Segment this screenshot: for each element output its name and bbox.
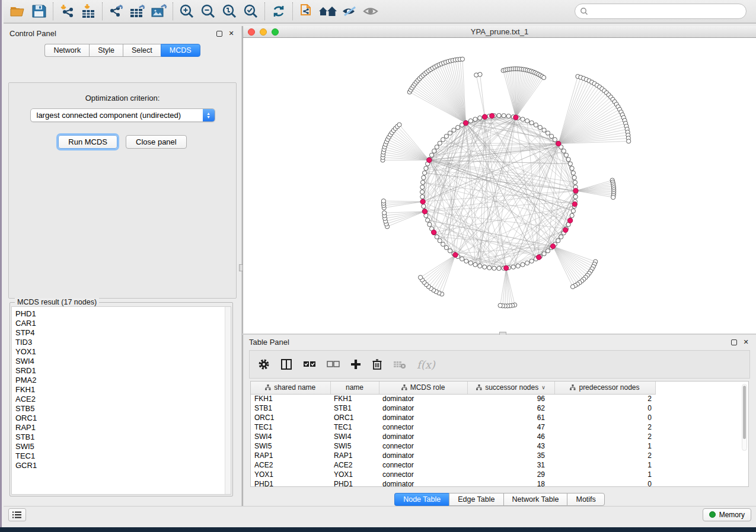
perimeter-node[interactable] [487, 265, 492, 270]
mcds-node-item[interactable]: RAP1 [15, 423, 231, 432]
table-row[interactable]: YOX1YOX1connector291 [251, 470, 655, 479]
perimeter-node[interactable] [516, 264, 520, 268]
perimeter-node[interactable] [525, 261, 529, 265]
perimeter-node[interactable] [571, 171, 575, 175]
close-panel-icon[interactable]: ✕ [227, 29, 235, 37]
tab-network[interactable]: Network [44, 44, 89, 57]
perimeter-node[interactable] [432, 149, 436, 153]
perimeter-node[interactable] [483, 265, 487, 269]
perimeter-node[interactable] [420, 185, 425, 189]
perimeter-node[interactable] [553, 137, 557, 142]
optimization-dropdown[interactable]: largest connected component (undirected)… [30, 108, 215, 122]
cell-MCDS-role[interactable]: dominator [379, 432, 467, 441]
perimeter-node[interactable] [492, 266, 496, 270]
float-panel-icon[interactable] [731, 339, 737, 345]
cell-predecessor-nodes[interactable]: 1 [554, 441, 655, 451]
mcds-hub-node[interactable] [537, 255, 541, 259]
satellite-node[interactable] [478, 72, 482, 76]
cell-MCDS-role[interactable]: dominator [379, 479, 467, 487]
perimeter-node[interactable] [549, 134, 553, 138]
mcds-node-item[interactable]: CAR1 [15, 319, 231, 328]
mcds-result-list[interactable]: PHD1CAR1STP4TID3YOX1SWI4SRD1PMA2FKH1ACE2… [11, 306, 231, 495]
tab-network-table[interactable]: Network Table [503, 493, 567, 506]
perimeter-node[interactable] [573, 180, 577, 184]
mcds-hub-node[interactable] [453, 252, 458, 257]
mcds-node-item[interactable]: FKH1 [15, 385, 231, 395]
cell-name[interactable]: ACE2 [330, 460, 379, 470]
chevron-down-icon[interactable]: ∨ [541, 384, 546, 390]
perimeter-node[interactable] [564, 153, 568, 157]
mcds-hub-node[interactable] [573, 188, 578, 193]
close-panel-icon[interactable]: ✕ [742, 338, 750, 346]
mcds-node-item[interactable]: PMA2 [15, 376, 231, 385]
node-table[interactable]: shared namenameMCDS rolesuccessor nodes∨… [250, 381, 749, 487]
cell-predecessor-nodes[interactable]: 2 [554, 422, 655, 432]
perimeter-node[interactable] [497, 113, 501, 117]
perimeter-node[interactable] [428, 222, 432, 226]
cell-shared-name[interactable]: PHD1 [251, 479, 330, 487]
perimeter-node[interactable] [538, 125, 542, 129]
cell-successor-nodes[interactable]: 61 [467, 413, 554, 422]
perimeter-node[interactable] [568, 162, 572, 166]
export-network-icon[interactable] [106, 2, 127, 21]
satellite-node[interactable] [381, 199, 385, 203]
zoom-fit-icon[interactable] [219, 2, 240, 21]
show-all-icon[interactable] [360, 2, 381, 21]
perimeter-node[interactable] [420, 194, 425, 198]
cell-successor-nodes[interactable]: 31 [467, 460, 554, 470]
cell-predecessor-nodes[interactable]: 1 [554, 470, 655, 479]
cell-name[interactable]: PHD1 [330, 479, 379, 487]
clone-network-icon[interactable] [296, 2, 317, 21]
cell-MCDS-role[interactable]: connector [379, 470, 467, 479]
task-history-button[interactable] [8, 508, 26, 521]
perimeter-node[interactable] [556, 239, 560, 243]
mcds-hub-node[interactable] [482, 114, 487, 119]
perimeter-node[interactable] [422, 175, 426, 180]
first-neighbors-icon[interactable] [317, 2, 339, 21]
run-mcds-button[interactable]: Run MCDS [58, 135, 117, 149]
save-icon[interactable] [28, 2, 50, 21]
mcds-hub-node[interactable] [513, 115, 518, 120]
mcds-node-item[interactable]: ORC1 [15, 414, 231, 423]
zoom-out-icon[interactable] [197, 2, 219, 21]
perimeter-node[interactable] [570, 166, 574, 171]
mcds-hub-node[interactable] [431, 230, 436, 235]
cell-MCDS-role[interactable]: dominator [379, 394, 467, 403]
perimeter-node[interactable] [529, 259, 534, 263]
satellite-node[interactable] [460, 57, 464, 61]
cell-successor-nodes[interactable]: 43 [467, 441, 554, 451]
cell-shared-name[interactable]: ORC1 [251, 413, 330, 422]
tab-edge-table[interactable]: Edge Table [449, 493, 503, 506]
mcds-node-item[interactable]: SWI4 [15, 357, 231, 366]
perimeter-node[interactable] [473, 262, 477, 267]
perimeter-node[interactable] [525, 118, 529, 123]
perimeter-node[interactable] [573, 194, 578, 198]
cell-predecessor-nodes[interactable]: 0 [554, 479, 655, 487]
mcds-hub-node[interactable] [427, 158, 432, 162]
perimeter-node[interactable] [562, 149, 566, 153]
perimeter-node[interactable] [426, 218, 430, 222]
perimeter-node[interactable] [448, 249, 452, 253]
perimeter-node[interactable] [546, 249, 550, 253]
perimeter-node[interactable] [542, 128, 546, 132]
perimeter-node[interactable] [456, 125, 460, 129]
mcds-node-item[interactable]: STP4 [15, 328, 231, 338]
cell-shared-name[interactable]: TEC1 [251, 422, 330, 432]
cell-shared-name[interactable]: RAP1 [251, 451, 330, 460]
perimeter-node[interactable] [435, 235, 439, 239]
perimeter-node[interactable] [429, 153, 433, 157]
cell-successor-nodes[interactable]: 35 [467, 451, 554, 460]
mcds-node-item[interactable]: TEC1 [15, 451, 231, 461]
perimeter-node[interactable] [559, 235, 563, 239]
perimeter-node[interactable] [420, 180, 425, 184]
tab-select[interactable]: Select [123, 44, 161, 57]
hide-selected-icon[interactable] [339, 2, 360, 21]
network-titlebar[interactable]: YPA_prune.txt_1 [243, 26, 756, 38]
cell-successor-nodes[interactable]: 29 [467, 470, 554, 479]
mcds-hub-node[interactable] [567, 218, 572, 223]
cell-shared-name[interactable]: STB1 [251, 403, 330, 413]
perimeter-node[interactable] [444, 245, 448, 249]
mcds-hub-node[interactable] [503, 265, 508, 270]
cell-name[interactable]: ORC1 [330, 413, 379, 422]
cell-MCDS-role[interactable]: dominator [379, 413, 467, 422]
